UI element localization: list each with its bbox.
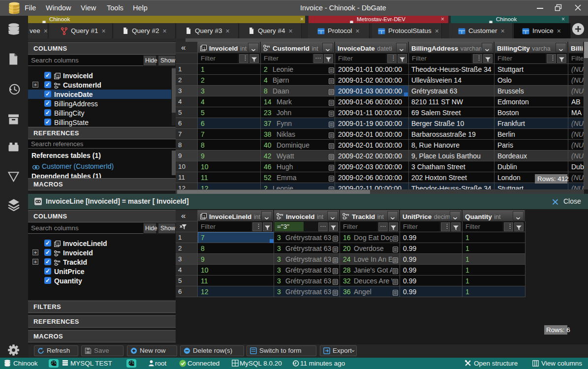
svg-text:1: 1 bbox=[203, 214, 205, 219]
svg-text:1: 1 bbox=[57, 242, 59, 246]
svg-text:1: 1 bbox=[203, 46, 205, 51]
svg-text:1: 1 bbox=[57, 74, 59, 79]
